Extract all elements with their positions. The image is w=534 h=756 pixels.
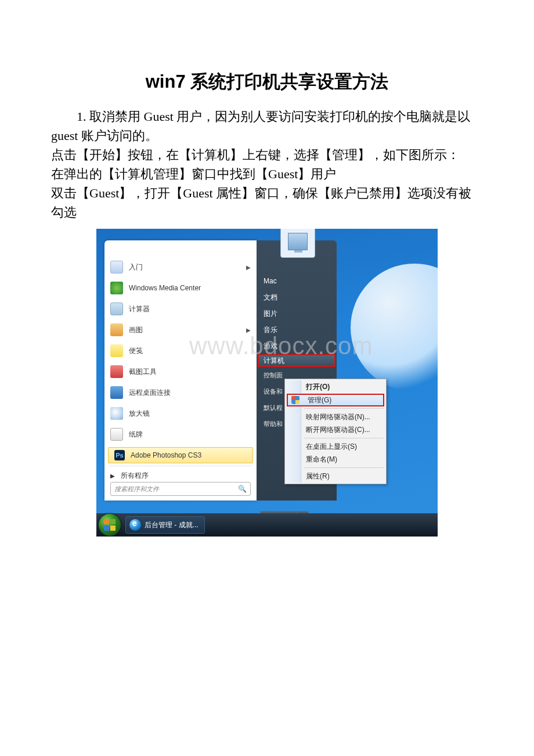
ctx-manage-label: 管理(G): [308, 395, 331, 405]
right-item-music[interactable]: 音乐: [257, 322, 337, 338]
ctx-open[interactable]: 打开(O): [286, 380, 385, 393]
start-item-label: 放大镜: [129, 409, 150, 419]
taskbar-app-label: 后台管理 - 成就...: [145, 520, 199, 530]
start-item-sticky-notes[interactable]: 便笺: [104, 340, 257, 361]
right-item-computer[interactable]: 计算机: [258, 354, 335, 367]
start-item-label: 入门: [129, 262, 143, 272]
doc-paragraph-2: 点击【开始】按钮，在【计算机】上右键，选择【管理】，如下图所示：: [51, 145, 483, 164]
computer-avatar-icon: [288, 233, 308, 250]
snipping-tool-icon: [110, 365, 123, 378]
solitaire-icon: [110, 428, 123, 441]
remote-desktop-icon: [110, 386, 123, 399]
all-programs[interactable]: ▶ 所有程序: [104, 467, 257, 484]
ctx-manage[interactable]: 管理(G): [287, 394, 384, 406]
magnifier-icon: [110, 407, 123, 420]
all-programs-arrow-icon: ▶: [110, 473, 115, 479]
submenu-arrow-icon: ▶: [246, 264, 251, 271]
wallpaper-decor: [351, 264, 438, 391]
start-item-solitaire[interactable]: 纸牌: [104, 424, 257, 445]
start-item-calculator[interactable]: 计算器: [104, 298, 257, 319]
doc-paragraph-4: 双击【Guest】，打开【Guest 属性】窗口，确保【账户已禁用】选项没有被勾…: [51, 183, 483, 222]
start-item-label: 画图: [129, 325, 143, 335]
doc-paragraph-3: 在弹出的【计算机管理】窗口中找到【Guest】用户: [51, 164, 483, 183]
start-item-label: 计算器: [129, 304, 150, 314]
right-item-pictures[interactable]: 图片: [257, 305, 337, 322]
context-separator: [304, 408, 384, 409]
taskbar: 后台管理 - 成就...: [96, 513, 438, 537]
start-item-rdp[interactable]: 远程桌面连接: [104, 382, 257, 403]
start-item-snipping-tool[interactable]: 截图工具: [104, 361, 257, 382]
screenshot-figure: 入门 ▶ Windows Media Center 计算器 画图 ▶ 便笺: [96, 229, 438, 537]
separator: [109, 466, 252, 466]
search-icon: 🔍: [238, 485, 247, 494]
start-item-paint[interactable]: 画图 ▶: [104, 319, 257, 340]
right-item-games[interactable]: 游戏: [257, 338, 337, 354]
uac-shield-icon: [291, 396, 300, 404]
submenu-arrow-icon: ▶: [246, 327, 251, 333]
start-item-label: 远程桌面连接: [129, 388, 171, 398]
ctx-rename[interactable]: 重命名(M): [286, 453, 385, 466]
start-item-label: 截图工具: [129, 367, 157, 377]
ctx-properties[interactable]: 属性(R): [286, 470, 385, 483]
doc-paragraph-1: 1. 取消禁用 Guest 用户，因为别人要访问安装打印机的按个电脑就是以 gu…: [51, 107, 483, 145]
start-item-label: Adobe Photoshop CS3: [131, 451, 201, 459]
start-item-getting-started[interactable]: 入门 ▶: [104, 257, 257, 278]
context-separator: [304, 467, 384, 468]
getting-started-icon: [110, 261, 123, 273]
start-item-label: 纸牌: [129, 430, 143, 440]
context-menu: 打开(O) 管理(G) 映射网络驱动器(N)... 断开网络驱动器(C)... …: [284, 379, 387, 484]
search-input[interactable]: 搜索程序和文件 🔍: [110, 482, 251, 496]
start-item-wmc[interactable]: Windows Media Center: [104, 278, 257, 298]
right-item-documents[interactable]: 文档: [257, 289, 337, 305]
start-item-label: Windows Media Center: [129, 284, 201, 292]
sticky-notes-icon: [110, 344, 123, 357]
ctx-map-drive[interactable]: 映射网络驱动器(N)...: [286, 411, 385, 423]
internet-explorer-icon: [129, 519, 141, 531]
photoshop-icon: Ps: [114, 450, 125, 460]
context-separator: [304, 438, 384, 438]
all-programs-label: 所有程序: [121, 471, 149, 481]
start-item-magnifier[interactable]: 放大镜: [104, 403, 257, 424]
calculator-icon: [110, 303, 123, 315]
paint-icon: [110, 323, 123, 336]
ctx-show-desktop[interactable]: 在桌面上显示(S): [286, 440, 385, 453]
taskbar-app-button[interactable]: 后台管理 - 成就...: [125, 516, 205, 534]
start-item-photoshop[interactable]: Ps Adobe Photoshop CS3: [108, 447, 253, 463]
start-menu-left-panel: 入门 ▶ Windows Media Center 计算器 画图 ▶ 便笺: [104, 240, 257, 501]
start-item-label: 便笺: [129, 346, 143, 356]
user-name[interactable]: Mac: [257, 273, 337, 289]
user-avatar[interactable]: [280, 229, 315, 258]
ctx-disconnect-drive[interactable]: 断开网络驱动器(C)...: [286, 423, 385, 436]
wmc-icon: [110, 282, 123, 294]
doc-title: win7 系统打印机共享设置方法: [51, 70, 483, 94]
start-orb[interactable]: [99, 514, 121, 536]
search-placeholder: 搜索程序和文件: [114, 485, 159, 494]
